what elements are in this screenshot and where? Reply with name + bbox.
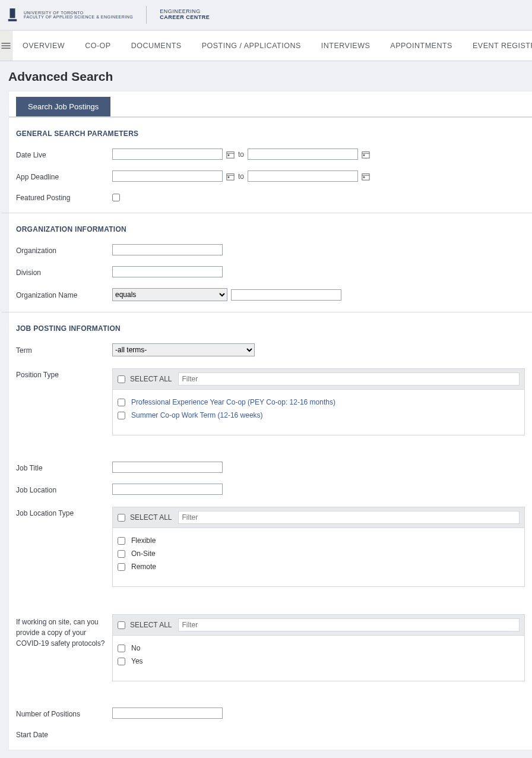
division-input[interactable] — [112, 266, 223, 277]
num-positions-input[interactable] — [112, 708, 223, 719]
calendar-icon[interactable] — [362, 150, 370, 159]
select-all-covid[interactable]: SELECT ALL — [118, 621, 172, 629]
location-type-option-checkbox[interactable] — [118, 563, 125, 571]
calendar-icon[interactable] — [226, 150, 235, 159]
logo-divider — [146, 6, 147, 24]
position-type-option-label: Professional Experience Year Co-op (PEY … — [131, 398, 335, 406]
label-organization: Organization — [16, 245, 112, 255]
position-type-filter-input[interactable] — [178, 372, 520, 386]
nav-posting-applications[interactable]: POSTING / APPLICATIONS — [192, 31, 311, 61]
position-type-option-checkbox[interactable] — [118, 412, 125, 419]
organization-name-operator-select[interactable]: equals — [112, 288, 227, 301]
row-position-type: Position Type SELECT ALL — [16, 367, 525, 435]
location-type-option-checkbox[interactable] — [118, 537, 125, 545]
term-select[interactable]: -all terms- — [112, 343, 255, 356]
location-type-option-checkbox[interactable] — [118, 550, 125, 558]
label-featured: Featured Posting — [16, 192, 112, 202]
select-all-covid-checkbox[interactable] — [118, 621, 125, 629]
page-title: Advanced Search — [0, 61, 532, 91]
select-all-location-type-checkbox[interactable] — [118, 514, 125, 522]
section-general: GENERAL SEARCH PARAMETERS Date Live to A… — [9, 118, 532, 213]
row-division: Division — [16, 266, 525, 277]
svg-rect-1 — [8, 19, 17, 21]
calendar-icon[interactable] — [226, 172, 235, 181]
position-type-option-label: Summer Co-op Work Term (12-16 weeks) — [131, 411, 263, 419]
career-centre-name: ENGINEERING CAREER CENTRE — [160, 9, 210, 21]
row-app-deadline: App Deadline to — [16, 170, 525, 182]
university-name: UNIVERSITY OF TORONTO FACULTY OF APPLIED… — [24, 11, 133, 19]
faculty-name: FACULTY OF APPLIED SCIENCE & ENGINEERING — [24, 15, 133, 19]
row-start-date: Start Date — [16, 729, 525, 739]
select-all-label: SELECT ALL — [130, 621, 172, 629]
date-live-to-input[interactable] — [248, 149, 358, 160]
label-position-type: Position Type — [16, 367, 112, 379]
job-title-input[interactable] — [112, 462, 223, 473]
label-job-title: Job Title — [16, 463, 112, 472]
section-title-general: GENERAL SEARCH PARAMETERS — [16, 125, 525, 146]
university-name-text: UNIVERSITY OF TORONTO — [24, 11, 133, 15]
svg-rect-0 — [10, 8, 15, 18]
organization-name-input[interactable] — [231, 289, 341, 301]
content-card: Search Job Postings GENERAL SEARCH PARAM… — [8, 91, 532, 750]
label-term: Term — [16, 345, 112, 355]
nav-documents[interactable]: DOCUMENTS — [121, 31, 192, 61]
menu-button[interactable] — [0, 31, 12, 61]
section-job: JOB POSTING INFORMATION Term -all terms-… — [9, 312, 532, 750]
career-centre-line2: CAREER CENTRE — [160, 14, 210, 20]
app-deadline-to-input[interactable] — [248, 170, 358, 182]
covid-filter-input[interactable] — [178, 618, 520, 631]
date-live-from-input[interactable] — [112, 149, 223, 160]
select-all-location-type[interactable]: SELECT ALL — [118, 513, 172, 522]
logo-block: UNIVERSITY OF TORONTO FACULTY OF APPLIED… — [7, 6, 210, 24]
featured-checkbox[interactable] — [112, 194, 120, 201]
label-organization-name: Organization Name — [16, 290, 112, 299]
job-location-type-multiselect: SELECT ALL Flexible On-Site — [112, 507, 525, 587]
label-job-location: Job Location — [16, 485, 112, 494]
hamburger-icon — [0, 40, 12, 52]
row-organization-name: Organization Name equals — [16, 288, 525, 301]
covid-option-label: Yes — [131, 657, 143, 665]
select-all-position-type[interactable]: SELECT ALL — [118, 375, 172, 383]
covid-multiselect: SELECT ALL No Yes — [112, 614, 525, 681]
location-type-filter-input[interactable] — [178, 511, 520, 524]
location-type-option[interactable]: Remote — [118, 560, 520, 573]
covid-option-checkbox[interactable] — [118, 658, 125, 665]
main-nav: OVERVIEW CO-OP DOCUMENTS POSTING / APPLI… — [0, 30, 532, 61]
section-org: ORGANIZATION INFORMATION Organization Di… — [9, 213, 532, 312]
to-text: to — [238, 172, 244, 181]
to-text: to — [238, 150, 244, 159]
tab-search-job-postings[interactable]: Search Job Postings — [16, 97, 110, 116]
section-title-org: ORGANIZATION INFORMATION — [16, 220, 525, 242]
location-type-option[interactable]: On-Site — [118, 547, 520, 560]
label-start-date: Start Date — [16, 729, 112, 739]
row-job-location-type: Job Location Type SELECT ALL — [16, 506, 525, 587]
nav-overview[interactable]: OVERVIEW — [12, 31, 75, 61]
select-all-label: SELECT ALL — [130, 513, 172, 522]
position-type-option-checkbox[interactable] — [118, 399, 125, 406]
tab-strip: Search Job Postings — [9, 91, 532, 118]
row-date-live: Date Live to — [16, 149, 525, 160]
svg-rect-7 — [228, 154, 230, 156]
job-location-input[interactable] — [112, 484, 223, 495]
location-type-option-label: Flexible — [131, 536, 156, 545]
location-type-option-label: On-Site — [131, 549, 156, 558]
nav-event-registration[interactable]: EVENT REGISTRATION — [463, 31, 532, 61]
calendar-icon[interactable] — [362, 172, 370, 181]
nav-appointments[interactable]: APPOINTMENTS — [380, 31, 463, 61]
label-job-location-type: Job Location Type — [16, 506, 112, 517]
app-deadline-from-input[interactable] — [112, 170, 223, 182]
row-num-positions: Number of Positions — [16, 708, 525, 719]
covid-option[interactable]: No — [118, 642, 520, 655]
nav-interviews[interactable]: INTERVIEWS — [311, 31, 381, 61]
location-type-option[interactable]: Flexible — [118, 534, 520, 547]
covid-option[interactable]: Yes — [118, 655, 520, 668]
select-all-position-type-checkbox[interactable] — [118, 375, 125, 383]
row-term: Term -all terms- — [16, 343, 525, 356]
nav-coop[interactable]: CO-OP — [75, 31, 121, 61]
row-featured: Featured Posting — [16, 192, 525, 202]
covid-option-checkbox[interactable] — [118, 645, 125, 652]
university-seal-icon — [7, 7, 18, 23]
organization-input[interactable] — [112, 244, 223, 255]
position-type-option[interactable]: Professional Experience Year Co-op (PEY … — [118, 396, 520, 409]
position-type-option[interactable]: Summer Co-op Work Term (12-16 weeks) — [118, 409, 520, 422]
